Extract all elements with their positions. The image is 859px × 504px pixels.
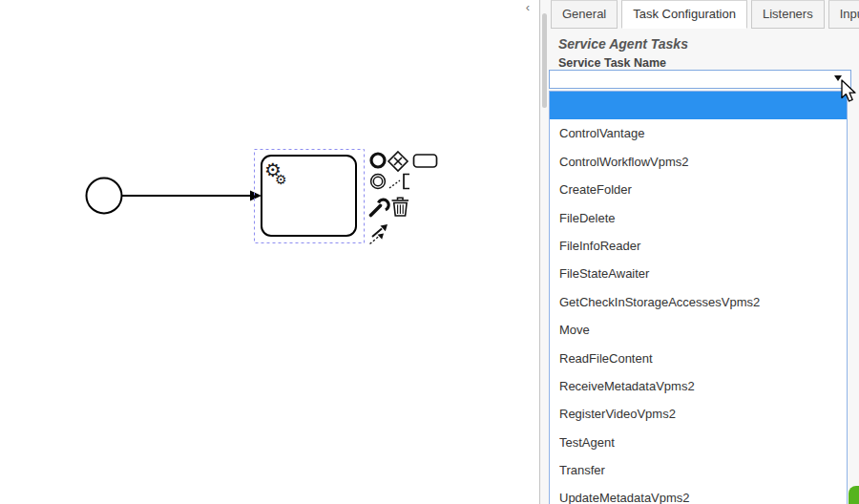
dropdown-option-RegisterVideoVpms2[interactable]: RegisterVideoVpms2 (550, 400, 847, 428)
tab-input-output[interactable]: Input/Output (828, 0, 859, 29)
append-text-annotation-button[interactable] (389, 175, 409, 189)
dropdown-option-ControlVantage[interactable]: ControlVantage (550, 119, 847, 147)
tab-general[interactable]: General (551, 0, 618, 29)
context-pad (370, 152, 437, 244)
dropdown-option-CreateFolder[interactable]: CreateFolder (550, 176, 847, 203)
service-task-dropdown-list: ControlVantageControlWorkflowVpms2Create… (549, 91, 848, 504)
dropdown-option-TestAgent[interactable]: TestAgent (550, 429, 847, 456)
dropdown-option-FileInfoReader[interactable]: FileInfoReader (550, 232, 847, 260)
tab-listeners[interactable]: Listeners (751, 0, 825, 29)
dropdown-option-ReadFileContent[interactable]: ReadFileContent (550, 345, 847, 372)
trash-icon[interactable] (392, 198, 409, 216)
wrench-icon[interactable] (371, 200, 389, 215)
panel-scrollbar-thumb[interactable] (542, 13, 547, 108)
dropdown-option-Transfer[interactable]: Transfer (550, 456, 847, 484)
append-end-event-button[interactable] (371, 154, 385, 167)
connect-tool-icon[interactable] (370, 224, 388, 244)
dropdown-option-UpdateMetadataVpms2[interactable]: UpdateMetadataVpms2 (550, 484, 847, 504)
properties-tab-bar: GeneralTask ConfigurationListenersInput/… (551, 0, 859, 29)
bpmn-canvas[interactable]: ⚙ ⚙ (0, 0, 539, 504)
sequence-flow-arrow[interactable] (122, 191, 262, 201)
dropdown-option-GetCheckInStorageAccessesVpms2[interactable]: GetCheckInStorageAccessesVpms2 (550, 288, 847, 316)
dropdown-option-empty[interactable] (550, 92, 847, 119)
svg-text:⚙: ⚙ (275, 172, 287, 187)
append-task-button[interactable] (414, 155, 437, 167)
section-title: Service Agent Tasks (558, 36, 688, 52)
service-task-shape[interactable]: ⚙ ⚙ (262, 156, 356, 236)
start-event-shape[interactable] (87, 178, 122, 214)
dropdown-option-FileDelete[interactable]: FileDelete (550, 204, 847, 232)
dropdown-caret-icon (834, 75, 842, 81)
panel-collapse-toggle[interactable]: ‹ (520, 0, 535, 15)
dropdown-option-ControlWorkflowVpms2[interactable]: ControlWorkflowVpms2 (550, 148, 847, 176)
service-task-name-label: Service Task Name (558, 56, 666, 70)
dropdown-option-FileStateAwaiter[interactable]: FileStateAwaiter (550, 260, 847, 287)
app-window: ⚙ ⚙ (0, 0, 859, 504)
tab-task-configuration[interactable]: Task Configuration (621, 0, 747, 29)
service-task-name-select[interactable] (549, 70, 851, 89)
floating-action-corner[interactable] (849, 486, 859, 504)
dropdown-option-Move[interactable]: Move (550, 316, 847, 344)
append-intermediate-event-button[interactable] (371, 175, 386, 189)
append-gateway-button[interactable] (388, 152, 408, 171)
dropdown-option-ReceiveMetadataVpms2[interactable]: ReceiveMetadataVpms2 (550, 372, 847, 400)
